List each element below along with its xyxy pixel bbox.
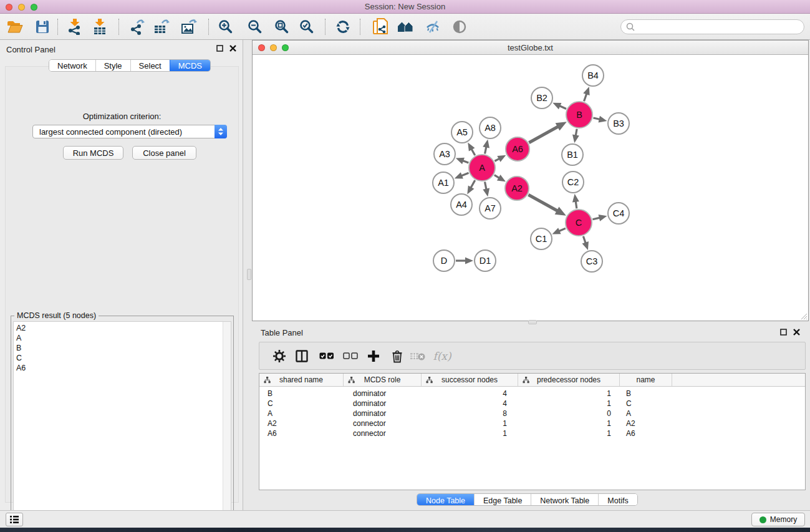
- home-view-button[interactable]: [394, 16, 417, 37]
- export-network-icon: [129, 19, 145, 35]
- graph-edge[interactable]: [529, 126, 558, 142]
- memory-status-icon: [759, 516, 766, 523]
- run-mcds-button[interactable]: Run MCDS: [63, 146, 123, 160]
- hide-selected-button[interactable]: [422, 16, 444, 37]
- toolbar-separator: [57, 19, 58, 35]
- dropdown-stepper-icon: [215, 125, 227, 138]
- float-panel-icon[interactable]: [216, 45, 223, 52]
- net-minimize-button[interactable]: [270, 44, 277, 51]
- network-view-window: testGlobe.txt B4B2BB3A8A5A6A3B1AC2A1A2A4…: [252, 40, 809, 321]
- minimize-window-button[interactable]: [18, 4, 25, 11]
- table-row[interactable]: A6 connector 1 1 A6: [259, 428, 805, 438]
- list-item[interactable]: A: [16, 333, 26, 343]
- search-icon: [626, 22, 635, 31]
- export-table-button[interactable]: [150, 16, 173, 37]
- export-network-button[interactable]: [126, 16, 148, 37]
- graph-node-label: B: [576, 110, 582, 120]
- list-item[interactable]: A2: [16, 323, 26, 333]
- graph-node-label: C4: [613, 208, 625, 218]
- table-toolbar: f(x): [259, 342, 806, 370]
- float-panel-icon[interactable]: [780, 329, 787, 336]
- function-builder-button[interactable]: f(x): [429, 347, 455, 365]
- zoom-in-button[interactable]: [215, 16, 237, 37]
- tab-select[interactable]: Select: [130, 60, 170, 71]
- graph-edge-arrowhead: [582, 241, 589, 250]
- tab-network[interactable]: Network: [49, 60, 95, 71]
- list-item[interactable]: A6: [16, 363, 26, 373]
- graph-edge[interactable]: [584, 93, 587, 101]
- show-all-button[interactable]: [448, 16, 471, 37]
- table-row[interactable]: C dominator 4 1 C: [259, 399, 805, 409]
- split-divider-handle[interactable]: [247, 269, 251, 280]
- main-titlebar: Session: New Session: [0, 0, 810, 14]
- tab-network-table[interactable]: Network Table: [531, 494, 598, 506]
- search-input[interactable]: [638, 22, 804, 31]
- graph-edge[interactable]: [471, 180, 475, 188]
- zoom-fit-button[interactable]: [271, 16, 293, 37]
- zoom-window-button[interactable]: [31, 4, 37, 11]
- network-window-titlebar[interactable]: testGlobe.txt: [253, 41, 808, 55]
- toolbar-separator: [118, 19, 119, 35]
- column-visibility-button[interactable]: [292, 347, 312, 365]
- column-header-shared-name[interactable]: shared name: [259, 374, 344, 386]
- net-zoom-button[interactable]: [282, 44, 289, 51]
- toolbar-separator: [325, 19, 325, 35]
- import-network-icon: [67, 19, 82, 35]
- import-network-button[interactable]: [64, 16, 86, 37]
- list-scrollbar[interactable]: [223, 322, 231, 524]
- zoom-selected-button[interactable]: [296, 16, 318, 37]
- search-box: [620, 19, 804, 34]
- close-window-button[interactable]: [6, 4, 12, 11]
- refresh-icon: [335, 19, 350, 34]
- list-item[interactable]: B: [16, 343, 26, 353]
- table-settings-button[interactable]: [269, 347, 289, 365]
- delete-column-button[interactable]: [387, 347, 407, 365]
- tab-edge-table[interactable]: Edge Table: [474, 494, 531, 506]
- close-panel-icon[interactable]: [793, 329, 800, 336]
- column-header-mcds-role[interactable]: MCDS role: [344, 374, 422, 386]
- window-resize-grip[interactable]: [799, 312, 808, 320]
- network-graph[interactable]: B4B2BB3A8A5A6A3B1AC2A1A2A4A7C4CC1DD1C3: [253, 55, 808, 321]
- graph-edge-arrowhead: [455, 172, 463, 178]
- save-session-button[interactable]: [31, 16, 54, 37]
- zoom-out-button[interactable]: [244, 16, 266, 37]
- criterion-dropdown[interactable]: largest connected component (directed): [32, 125, 227, 138]
- table-row[interactable]: B dominator 4 1 B: [259, 389, 805, 399]
- eye-slash-icon: [425, 19, 441, 34]
- select-all-button[interactable]: [317, 347, 337, 365]
- tab-motifs[interactable]: Motifs: [598, 494, 637, 506]
- graph-edge[interactable]: [528, 195, 557, 211]
- graph-node-label: C1: [536, 234, 547, 244]
- export-image-icon: [181, 19, 197, 35]
- deselect-all-button[interactable]: [340, 347, 360, 365]
- column-header-name[interactable]: name: [620, 374, 672, 386]
- refresh-button[interactable]: [332, 16, 354, 37]
- close-panel-icon[interactable]: [229, 45, 236, 52]
- memory-button[interactable]: Memory: [751, 513, 805, 526]
- delete-table-button[interactable]: [408, 347, 428, 365]
- tab-node-table[interactable]: Node Table: [417, 494, 474, 506]
- net-close-button[interactable]: [258, 44, 265, 51]
- table-row[interactable]: A dominator 8 0 A: [259, 409, 805, 418]
- function-builder-icon: f(x): [433, 350, 451, 362]
- add-column-button[interactable]: [364, 347, 383, 365]
- close-panel-button[interactable]: Close panel: [132, 146, 196, 160]
- duplicate-network-button[interactable]: [369, 16, 392, 37]
- task-history-button[interactable]: [6, 513, 23, 526]
- zoom-fit-icon: [274, 19, 289, 34]
- open-session-button[interactable]: [3, 16, 26, 37]
- column-header-predecessor-nodes[interactable]: name predecessor nodes: [518, 374, 620, 386]
- column-header-filler: [672, 374, 805, 386]
- graph-node-label: C: [576, 218, 582, 228]
- split-divider-handle[interactable]: [528, 320, 537, 324]
- graph-edge[interactable]: [461, 173, 469, 176]
- list-item[interactable]: C: [16, 353, 26, 363]
- column-header-successor-nodes[interactable]: successor nodes: [422, 374, 518, 386]
- table-body: B dominator 4 1 B C dominator 4 1 C A do…: [259, 387, 805, 438]
- export-image-button[interactable]: [178, 16, 200, 37]
- tab-mcds[interactable]: MCDS: [170, 60, 210, 71]
- table-row[interactable]: A2 connector 1 1 A2: [259, 418, 805, 428]
- network-canvas[interactable]: B4B2BB3A8A5A6A3B1AC2A1A2A4A7C4CC1DD1C3: [253, 55, 808, 321]
- tab-style[interactable]: Style: [95, 60, 130, 71]
- import-table-button[interactable]: [89, 16, 111, 37]
